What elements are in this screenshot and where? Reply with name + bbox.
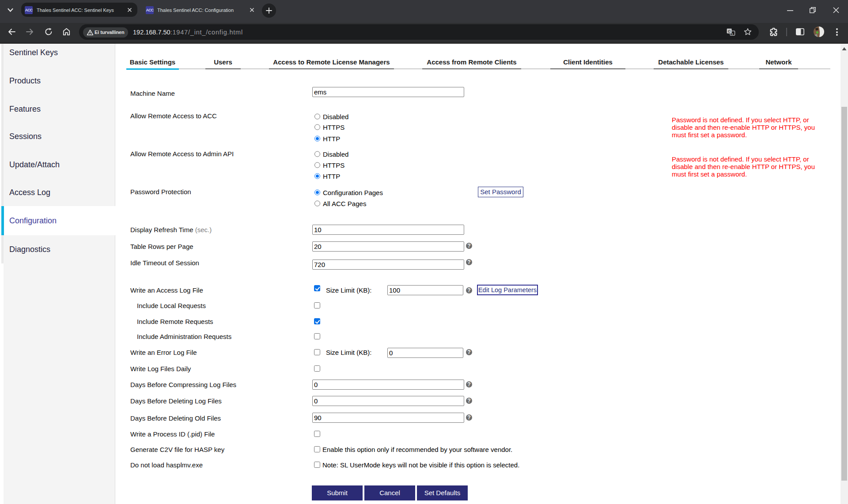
svg-text:x: x (731, 32, 733, 36)
